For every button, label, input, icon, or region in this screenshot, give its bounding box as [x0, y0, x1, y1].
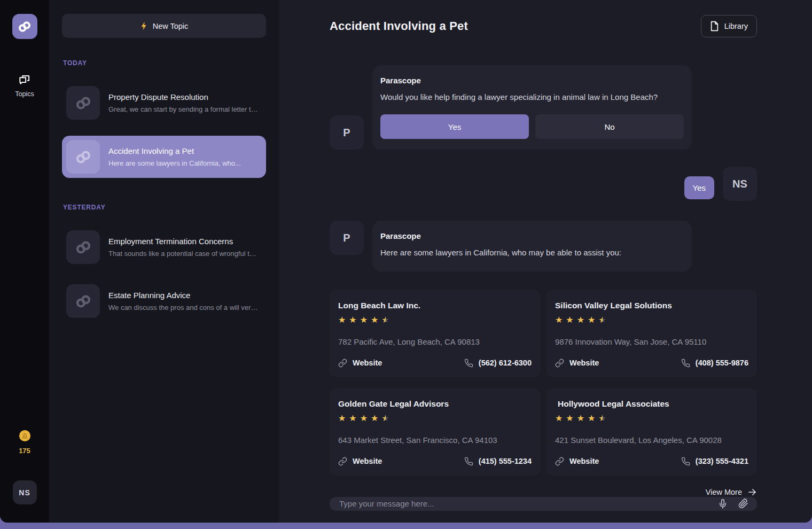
topic-thumbnail-logo-icon: [66, 284, 100, 318]
topics-sidebar: New Topic TODAY Property Dispute Resolut…: [49, 0, 279, 523]
bot-name: Parascope: [380, 231, 684, 240]
parascope-logo-icon[interactable]: [12, 14, 37, 39]
phone-number: (323) 555-4321: [696, 457, 748, 465]
lawyer-card-golden-gate[interactable]: Golden Gate Legal Advisors ★★★★★★★★★★ 64…: [330, 388, 540, 476]
bot-message-text: Would you like help finding a lawyer spe…: [380, 92, 684, 103]
app-window: Topics 175 NS: [0, 0, 812, 523]
website-label: Website: [569, 359, 599, 367]
chat-thread: P Parascope Would you like help finding …: [330, 65, 757, 497]
star-rating: ★★★★★★★★★★: [555, 414, 748, 423]
library-button[interactable]: Library: [701, 15, 757, 37]
lightning-bolt-icon: [140, 21, 148, 30]
bot-name: Parascope: [380, 76, 684, 85]
phone-icon: [464, 359, 473, 368]
new-topic-button[interactable]: New Topic: [62, 14, 266, 38]
user-avatar-initials: NS: [732, 178, 747, 190]
sidebar-item-accident-pet[interactable]: Accident Involving a Pet Here are some l…: [62, 136, 266, 178]
lawyer-card-silicon-valley[interactable]: Silicon Valley Legal Solutions ★★★★★★★★★…: [546, 290, 757, 377]
bot-message-text: Here are some lawyers in California, who…: [380, 247, 684, 258]
card-footer: Website (415) 555-1234: [338, 457, 532, 466]
main-header: Accident Involving a Pet Library: [330, 15, 757, 37]
website-label: Website: [353, 457, 382, 465]
microphone-icon[interactable]: [718, 499, 728, 509]
library-button-label: Library: [724, 22, 748, 30]
new-topic-label: New Topic: [153, 22, 189, 30]
paperclip-icon[interactable]: [738, 499, 748, 509]
phone-number: (408) 555-9876: [696, 359, 748, 367]
yes-button[interactable]: Yes: [380, 114, 529, 139]
view-more-link[interactable]: View More: [706, 487, 757, 497]
card-footer: Website (562) 612-6300: [338, 359, 532, 368]
message-input[interactable]: [339, 499, 707, 508]
section-label-yesterday: YESTERDAY: [63, 204, 266, 211]
lawyer-cards-grid: Long Beach Law Inc. ★★★★★★★★★★ 782 Pacif…: [330, 290, 757, 476]
topic-title: Employment Termination Concerns: [108, 237, 259, 246]
bot-avatar-letter: P: [343, 127, 350, 139]
bot-message-row: P Parascope Would you like help finding …: [330, 65, 757, 150]
phone-link[interactable]: (408) 555-9876: [681, 359, 748, 368]
document-icon: [710, 21, 719, 32]
lawyer-address: 643 Market Street, San Francisco, CA 941…: [338, 435, 532, 445]
phone-link[interactable]: (323) 555-4321: [681, 457, 748, 466]
topic-thumbnail-logo-icon: [66, 86, 100, 120]
no-button[interactable]: No: [535, 114, 684, 139]
lawyer-card-hollywood[interactable]: Hollywood Legal Associates ★★★★★★★★★★ 42…: [546, 388, 757, 476]
topic-title: Property Dispute Resolution: [108, 92, 259, 102]
website-link[interactable]: Website: [338, 359, 382, 368]
topic-preview: We can discuss the pros and cons of a wi…: [108, 304, 259, 312]
lawyer-name: Golden Gate Legal Advisors: [338, 399, 532, 409]
bot-message-row: P Parascope Here are some lawyers in Cal…: [330, 221, 757, 271]
user-avatar-initials: NS: [19, 488, 30, 497]
bot-message-bubble: Parascope Would you like help finding a …: [372, 65, 692, 150]
sidebar-item-employment-termination[interactable]: Employment Termination Concerns That sou…: [62, 226, 266, 268]
bot-avatar: P: [330, 115, 364, 150]
phone-number: (415) 555-1234: [479, 457, 532, 465]
bottom-accent-bar: [0, 523, 812, 529]
website-link[interactable]: Website: [555, 457, 599, 466]
page-title: Accident Involving a Pet: [330, 19, 468, 33]
phone-link[interactable]: (415) 555-1234: [464, 457, 532, 466]
link-icon: [338, 359, 347, 368]
topic-title: Accident Involving a Pet: [108, 146, 241, 155]
link-icon: [555, 457, 564, 466]
website-link[interactable]: Website: [338, 457, 382, 466]
topics-chat-bubbles-icon: [18, 72, 32, 86]
phone-link[interactable]: (562) 612-6300: [464, 359, 532, 368]
website-label: Website: [353, 359, 382, 367]
sidebar-item-estate-planning[interactable]: Estate Planning Advice We can discuss th…: [62, 280, 266, 322]
user-avatar[interactable]: NS: [13, 480, 37, 504]
phone-icon: [464, 457, 473, 466]
left-rail: Topics 175 NS: [0, 0, 49, 523]
coin-icon: [19, 430, 31, 442]
bot-avatar-letter: P: [343, 232, 350, 244]
star-rating: ★★★★★★★★★★: [555, 316, 748, 324]
topic-thumbnail-logo-icon: [66, 230, 100, 264]
phone-icon: [681, 359, 690, 368]
topic-preview: Here are some lawyers in California, who…: [108, 159, 241, 167]
star-rating: ★★★★★★★★★★: [338, 414, 532, 423]
lawyer-address: 9876 Innovation Way, San Jose, CA 95110: [555, 337, 748, 346]
lawyer-address: 782 Pacific Ave, Long Beach, CA 90813: [338, 337, 532, 346]
arrow-right-icon: [747, 487, 757, 497]
section-label-today: TODAY: [63, 59, 266, 67]
user-message-row: Yes NS: [330, 167, 757, 201]
website-link[interactable]: Website: [555, 359, 599, 368]
chat-main: Accident Involving a Pet Library P Para: [279, 0, 812, 523]
credits-display[interactable]: 175: [19, 430, 31, 455]
link-icon: [555, 359, 564, 368]
view-more-label: View More: [706, 488, 742, 496]
card-footer: Website (323) 555-4321: [555, 457, 748, 466]
link-icon: [338, 457, 347, 466]
user-avatar: NS: [723, 167, 757, 201]
phone-number: (562) 612-6300: [479, 359, 532, 367]
topic-title: Estate Planning Advice: [108, 291, 259, 300]
user-message-bubble: Yes: [684, 176, 714, 199]
phone-icon: [681, 457, 690, 466]
lawyer-name: Hollywood Legal Associates: [555, 399, 748, 409]
card-footer: Website (408) 555-9876: [555, 359, 748, 368]
sidebar-item-topics[interactable]: Topics: [15, 72, 34, 98]
bot-message-bubble: Parascope Here are some lawyers in Calif…: [372, 221, 692, 271]
lawyer-card-long-beach[interactable]: Long Beach Law Inc. ★★★★★★★★★★ 782 Pacif…: [330, 290, 540, 377]
sidebar-item-property-dispute[interactable]: Property Dispute Resolution Great, we ca…: [62, 82, 266, 124]
website-label: Website: [569, 457, 599, 465]
